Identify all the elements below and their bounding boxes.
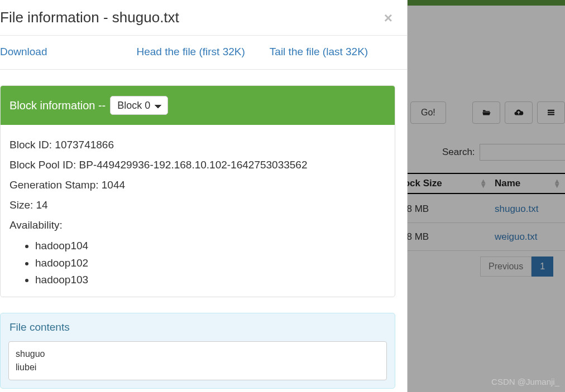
modal-header: File information - shuguo.txt × bbox=[0, 0, 407, 35]
size-label: Size: bbox=[9, 199, 33, 211]
block-pool-row: Block Pool ID: BP-449429936-192.168.10.1… bbox=[9, 155, 386, 175]
tail-file-link[interactable]: Tail the file (last 32K) bbox=[270, 46, 368, 58]
list-item: hadoop103 bbox=[35, 272, 386, 288]
block-info-heading-label: Block information -- bbox=[9, 99, 106, 112]
file-info-modal: File information - shuguo.txt × Download… bbox=[0, 0, 408, 392]
head-file-link[interactable]: Head the file (first 32K) bbox=[137, 46, 245, 58]
block-id-value: 1073741866 bbox=[55, 139, 114, 151]
size-row: Size: 14 bbox=[9, 195, 386, 215]
block-pool-value: BP-449429936-192.168.10.102-164275303356… bbox=[79, 159, 308, 171]
modal-title: File information - shuguo.txt bbox=[0, 9, 380, 26]
block-id-row: Block ID: 1073741866 bbox=[9, 135, 386, 155]
block-id-label: Block ID: bbox=[9, 139, 52, 151]
list-item: hadoop104 bbox=[35, 238, 386, 254]
block-info-body: Block ID: 1073741866 Block Pool ID: BP-4… bbox=[1, 125, 395, 297]
size-value: 14 bbox=[36, 199, 48, 211]
block-select[interactable]: Block 0 bbox=[110, 96, 168, 115]
block-info-panel: Block information -- Block 0 Block ID: 1… bbox=[0, 85, 395, 297]
close-icon[interactable]: × bbox=[380, 11, 397, 25]
block-pool-label: Block Pool ID: bbox=[9, 159, 76, 171]
list-item: hadoop102 bbox=[35, 255, 386, 272]
watermark: CSDN @Jumanji_ bbox=[491, 377, 559, 386]
file-contents-panel: File contents shuguo liubei bbox=[0, 313, 395, 389]
download-link[interactable]: Download bbox=[0, 46, 47, 58]
availability-label: Availability: bbox=[9, 215, 386, 235]
file-contents-text: shuguo liubei bbox=[8, 341, 387, 380]
gen-stamp-label: Generation Stamp: bbox=[9, 179, 98, 191]
availability-list: hadoop104 hadoop102 hadoop103 bbox=[35, 238, 386, 288]
gen-stamp-row: Generation Stamp: 1044 bbox=[9, 175, 386, 195]
file-contents-heading: File contents bbox=[1, 313, 395, 341]
block-info-heading: Block information -- Block 0 bbox=[1, 86, 395, 125]
modal-action-links: Download Head the file (first 32K) Tail … bbox=[0, 35, 407, 70]
gen-stamp-value: 1044 bbox=[102, 179, 125, 191]
